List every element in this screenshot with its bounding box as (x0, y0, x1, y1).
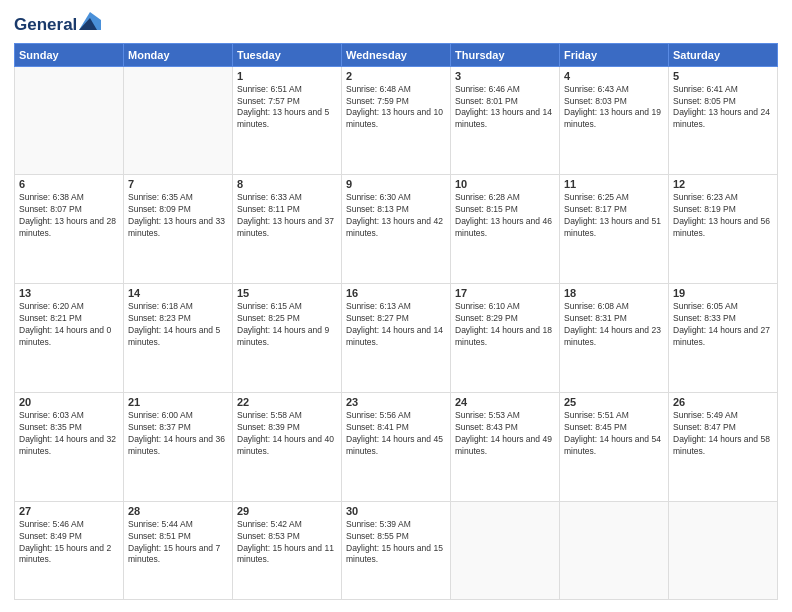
day-info: Sunrise: 6:30 AM Sunset: 8:13 PM Dayligh… (346, 192, 446, 240)
weekday-header: Monday (124, 43, 233, 66)
calendar-table: SundayMondayTuesdayWednesdayThursdayFrid… (14, 43, 778, 600)
day-number: 17 (455, 287, 555, 299)
day-number: 4 (564, 70, 664, 82)
calendar-cell: 8Sunrise: 6:33 AM Sunset: 8:11 PM Daylig… (233, 175, 342, 284)
day-info: Sunrise: 6:18 AM Sunset: 8:23 PM Dayligh… (128, 301, 228, 349)
day-number: 24 (455, 396, 555, 408)
day-number: 30 (346, 505, 446, 517)
day-number: 12 (673, 178, 773, 190)
day-info: Sunrise: 6:08 AM Sunset: 8:31 PM Dayligh… (564, 301, 664, 349)
day-number: 11 (564, 178, 664, 190)
day-info: Sunrise: 6:15 AM Sunset: 8:25 PM Dayligh… (237, 301, 337, 349)
logo: General (14, 12, 101, 35)
day-number: 3 (455, 70, 555, 82)
weekday-header: Tuesday (233, 43, 342, 66)
calendar-cell: 27Sunrise: 5:46 AM Sunset: 8:49 PM Dayli… (15, 501, 124, 599)
weekday-header: Thursday (451, 43, 560, 66)
calendar-cell: 3Sunrise: 6:46 AM Sunset: 8:01 PM Daylig… (451, 66, 560, 175)
calendar-cell: 19Sunrise: 6:05 AM Sunset: 8:33 PM Dayli… (669, 284, 778, 393)
calendar-cell (15, 66, 124, 175)
calendar-cell: 23Sunrise: 5:56 AM Sunset: 8:41 PM Dayli… (342, 393, 451, 502)
calendar-cell: 26Sunrise: 5:49 AM Sunset: 8:47 PM Dayli… (669, 393, 778, 502)
day-info: Sunrise: 6:03 AM Sunset: 8:35 PM Dayligh… (19, 410, 119, 458)
day-number: 16 (346, 287, 446, 299)
day-number: 27 (19, 505, 119, 517)
day-number: 13 (19, 287, 119, 299)
calendar-cell: 12Sunrise: 6:23 AM Sunset: 8:19 PM Dayli… (669, 175, 778, 284)
day-info: Sunrise: 5:42 AM Sunset: 8:53 PM Dayligh… (237, 519, 337, 567)
day-info: Sunrise: 6:05 AM Sunset: 8:33 PM Dayligh… (673, 301, 773, 349)
weekday-header: Sunday (15, 43, 124, 66)
calendar-cell: 21Sunrise: 6:00 AM Sunset: 8:37 PM Dayli… (124, 393, 233, 502)
header: General (14, 12, 778, 35)
day-info: Sunrise: 6:28 AM Sunset: 8:15 PM Dayligh… (455, 192, 555, 240)
day-info: Sunrise: 6:33 AM Sunset: 8:11 PM Dayligh… (237, 192, 337, 240)
calendar-cell (560, 501, 669, 599)
day-info: Sunrise: 6:35 AM Sunset: 8:09 PM Dayligh… (128, 192, 228, 240)
day-info: Sunrise: 6:20 AM Sunset: 8:21 PM Dayligh… (19, 301, 119, 349)
day-number: 23 (346, 396, 446, 408)
day-info: Sunrise: 6:38 AM Sunset: 8:07 PM Dayligh… (19, 192, 119, 240)
day-number: 7 (128, 178, 228, 190)
day-info: Sunrise: 5:39 AM Sunset: 8:55 PM Dayligh… (346, 519, 446, 567)
calendar-cell: 20Sunrise: 6:03 AM Sunset: 8:35 PM Dayli… (15, 393, 124, 502)
day-info: Sunrise: 6:41 AM Sunset: 8:05 PM Dayligh… (673, 84, 773, 132)
weekday-header: Saturday (669, 43, 778, 66)
calendar-cell: 5Sunrise: 6:41 AM Sunset: 8:05 PM Daylig… (669, 66, 778, 175)
calendar-cell: 6Sunrise: 6:38 AM Sunset: 8:07 PM Daylig… (15, 175, 124, 284)
day-number: 9 (346, 178, 446, 190)
day-info: Sunrise: 6:48 AM Sunset: 7:59 PM Dayligh… (346, 84, 446, 132)
day-number: 14 (128, 287, 228, 299)
day-number: 28 (128, 505, 228, 517)
day-number: 1 (237, 70, 337, 82)
calendar-cell: 13Sunrise: 6:20 AM Sunset: 8:21 PM Dayli… (15, 284, 124, 393)
calendar-cell (669, 501, 778, 599)
calendar-header-row: SundayMondayTuesdayWednesdayThursdayFrid… (15, 43, 778, 66)
day-number: 21 (128, 396, 228, 408)
day-info: Sunrise: 6:13 AM Sunset: 8:27 PM Dayligh… (346, 301, 446, 349)
day-info: Sunrise: 5:46 AM Sunset: 8:49 PM Dayligh… (19, 519, 119, 567)
calendar-cell: 14Sunrise: 6:18 AM Sunset: 8:23 PM Dayli… (124, 284, 233, 393)
logo-icon (79, 12, 101, 30)
calendar-cell: 10Sunrise: 6:28 AM Sunset: 8:15 PM Dayli… (451, 175, 560, 284)
day-number: 6 (19, 178, 119, 190)
calendar-cell (451, 501, 560, 599)
calendar-cell: 28Sunrise: 5:44 AM Sunset: 8:51 PM Dayli… (124, 501, 233, 599)
day-info: Sunrise: 6:43 AM Sunset: 8:03 PM Dayligh… (564, 84, 664, 132)
calendar-cell: 7Sunrise: 6:35 AM Sunset: 8:09 PM Daylig… (124, 175, 233, 284)
calendar-cell: 11Sunrise: 6:25 AM Sunset: 8:17 PM Dayli… (560, 175, 669, 284)
day-number: 26 (673, 396, 773, 408)
calendar-cell: 2Sunrise: 6:48 AM Sunset: 7:59 PM Daylig… (342, 66, 451, 175)
calendar-cell: 15Sunrise: 6:15 AM Sunset: 8:25 PM Dayli… (233, 284, 342, 393)
weekday-header: Friday (560, 43, 669, 66)
day-info: Sunrise: 5:53 AM Sunset: 8:43 PM Dayligh… (455, 410, 555, 458)
day-info: Sunrise: 5:44 AM Sunset: 8:51 PM Dayligh… (128, 519, 228, 567)
day-number: 5 (673, 70, 773, 82)
day-info: Sunrise: 6:00 AM Sunset: 8:37 PM Dayligh… (128, 410, 228, 458)
day-info: Sunrise: 5:51 AM Sunset: 8:45 PM Dayligh… (564, 410, 664, 458)
calendar-cell: 29Sunrise: 5:42 AM Sunset: 8:53 PM Dayli… (233, 501, 342, 599)
day-info: Sunrise: 5:58 AM Sunset: 8:39 PM Dayligh… (237, 410, 337, 458)
day-info: Sunrise: 6:46 AM Sunset: 8:01 PM Dayligh… (455, 84, 555, 132)
day-info: Sunrise: 6:51 AM Sunset: 7:57 PM Dayligh… (237, 84, 337, 132)
day-number: 20 (19, 396, 119, 408)
day-info: Sunrise: 6:25 AM Sunset: 8:17 PM Dayligh… (564, 192, 664, 240)
day-number: 29 (237, 505, 337, 517)
calendar-cell: 17Sunrise: 6:10 AM Sunset: 8:29 PM Dayli… (451, 284, 560, 393)
day-number: 25 (564, 396, 664, 408)
day-number: 8 (237, 178, 337, 190)
day-number: 15 (237, 287, 337, 299)
day-number: 22 (237, 396, 337, 408)
calendar-cell: 30Sunrise: 5:39 AM Sunset: 8:55 PM Dayli… (342, 501, 451, 599)
weekday-header: Wednesday (342, 43, 451, 66)
calendar-cell: 1Sunrise: 6:51 AM Sunset: 7:57 PM Daylig… (233, 66, 342, 175)
day-number: 19 (673, 287, 773, 299)
calendar-cell: 25Sunrise: 5:51 AM Sunset: 8:45 PM Dayli… (560, 393, 669, 502)
calendar-cell: 4Sunrise: 6:43 AM Sunset: 8:03 PM Daylig… (560, 66, 669, 175)
calendar-cell: 9Sunrise: 6:30 AM Sunset: 8:13 PM Daylig… (342, 175, 451, 284)
calendar-cell: 16Sunrise: 6:13 AM Sunset: 8:27 PM Dayli… (342, 284, 451, 393)
page: General SundayMondayTuesdayWednes (0, 0, 792, 612)
calendar-cell (124, 66, 233, 175)
day-info: Sunrise: 5:56 AM Sunset: 8:41 PM Dayligh… (346, 410, 446, 458)
calendar-cell: 24Sunrise: 5:53 AM Sunset: 8:43 PM Dayli… (451, 393, 560, 502)
